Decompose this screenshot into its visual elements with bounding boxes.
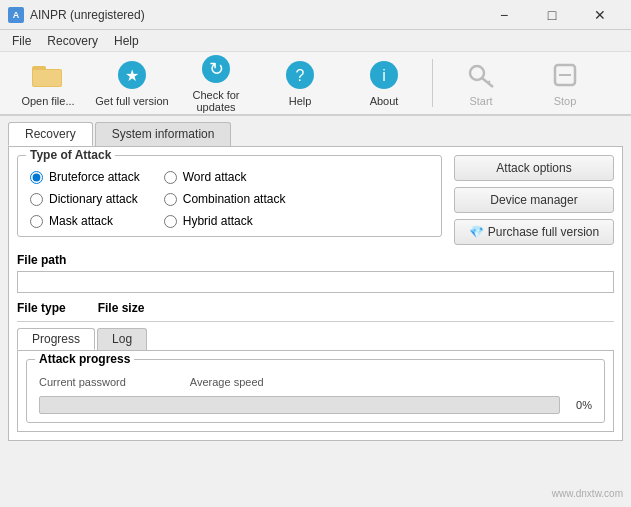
app-title: AINPR (unregistered) (30, 8, 481, 22)
menu-help[interactable]: Help (106, 32, 147, 50)
current-password-label: Current password (39, 376, 126, 388)
app-icon: A (8, 7, 24, 23)
bruteforce-option[interactable]: Bruteforce attack (30, 170, 140, 184)
file-meta: File type File size (17, 301, 614, 315)
file-size-label: File size (98, 301, 145, 315)
radio-col-1: Bruteforce attack Dictionary attack Mask… (30, 170, 140, 228)
attack-type-group: Type of Attack Bruteforce attack Diction… (17, 155, 442, 237)
toolbar-separator (432, 59, 433, 107)
info-icon: i (368, 59, 400, 91)
get-full-version-button[interactable]: ★ Get full version (92, 55, 172, 111)
minimize-button[interactable]: − (481, 0, 527, 30)
svg-text:i: i (382, 67, 386, 84)
refresh-icon: ↻ (200, 53, 232, 85)
tab-log[interactable]: Log (97, 328, 147, 350)
close-button[interactable]: ✕ (577, 0, 623, 30)
radio-col-2: Word attack Combination attack Hybrid at… (164, 170, 286, 228)
start-button[interactable]: Start (441, 55, 521, 111)
attack-progress-group: Attack progress Current password Average… (26, 359, 605, 423)
window-controls: − □ ✕ (481, 0, 623, 30)
stop-button[interactable]: Stop (525, 55, 605, 111)
svg-line-13 (488, 81, 490, 83)
dictionary-option[interactable]: Dictionary attack (30, 192, 140, 206)
svg-point-11 (470, 66, 484, 80)
menu-bar: File Recovery Help (0, 30, 631, 52)
radio-columns: Bruteforce attack Dictionary attack Mask… (30, 170, 285, 228)
help-icon: ? (284, 59, 316, 91)
hybrid-radio[interactable] (164, 215, 177, 228)
progress-panel: Attack progress Current password Average… (17, 350, 614, 432)
progress-bar-container: 0% (39, 396, 592, 414)
about-button[interactable]: i About (344, 55, 424, 111)
attack-buttons: Attack options Device manager 💎 Purchase… (454, 155, 614, 245)
progress-group-title: Attack progress (35, 352, 134, 366)
svg-text:?: ? (296, 67, 305, 84)
help-button[interactable]: ? Help (260, 55, 340, 111)
progress-tab-bar: Progress Log (17, 328, 614, 350)
main-content: Recovery System information Type of Atta… (0, 116, 631, 507)
tab-system-info[interactable]: System information (95, 122, 232, 146)
file-path-section: File path (17, 253, 614, 293)
combination-radio[interactable] (164, 193, 177, 206)
hybrid-option[interactable]: Hybrid attack (164, 214, 286, 228)
file-path-input[interactable] (17, 271, 614, 293)
menu-file[interactable]: File (4, 32, 39, 50)
combination-option[interactable]: Combination attack (164, 192, 286, 206)
progress-meta: Current password Average speed (39, 376, 592, 388)
maximize-button[interactable]: □ (529, 0, 575, 30)
progress-bar-background (39, 396, 560, 414)
word-option[interactable]: Word attack (164, 170, 286, 184)
folder-icon (32, 59, 64, 91)
file-type-label: File type (17, 301, 66, 315)
svg-rect-2 (33, 70, 61, 86)
bruteforce-radio[interactable] (30, 171, 43, 184)
purchase-full-button[interactable]: 💎 Purchase full version (454, 219, 614, 245)
file-path-label: File path (17, 253, 614, 267)
dictionary-radio[interactable] (30, 193, 43, 206)
title-bar: A AINPR (unregistered) − □ ✕ (0, 0, 631, 30)
star-icon: ★ (116, 59, 148, 91)
attack-options-button[interactable]: Attack options (454, 155, 614, 181)
section-separator (17, 321, 614, 322)
main-tab-bar: Recovery System information (8, 122, 623, 146)
tab-progress[interactable]: Progress (17, 328, 95, 350)
average-speed-label: Average speed (190, 376, 264, 388)
svg-text:★: ★ (125, 67, 139, 84)
attack-type-title: Type of Attack (26, 148, 115, 162)
toolbar: Open file... ★ Get full version ↻ Check … (0, 52, 631, 116)
check-updates-button[interactable]: ↻ Check for updates (176, 55, 256, 111)
attack-options-layout: Bruteforce attack Dictionary attack Mask… (30, 170, 429, 228)
mask-option[interactable]: Mask attack (30, 214, 140, 228)
recovery-panel: Type of Attack Bruteforce attack Diction… (8, 146, 623, 441)
word-radio[interactable] (164, 171, 177, 184)
menu-recovery[interactable]: Recovery (39, 32, 106, 50)
open-file-button[interactable]: Open file... (8, 55, 88, 111)
progress-percentage: 0% (568, 399, 592, 411)
key-icon (465, 59, 497, 91)
device-manager-button[interactable]: Device manager (454, 187, 614, 213)
mask-radio[interactable] (30, 215, 43, 228)
gem-icon: 💎 (469, 225, 484, 239)
svg-text:↻: ↻ (209, 59, 224, 79)
tab-recovery[interactable]: Recovery (8, 122, 93, 146)
stop-icon (549, 59, 581, 91)
